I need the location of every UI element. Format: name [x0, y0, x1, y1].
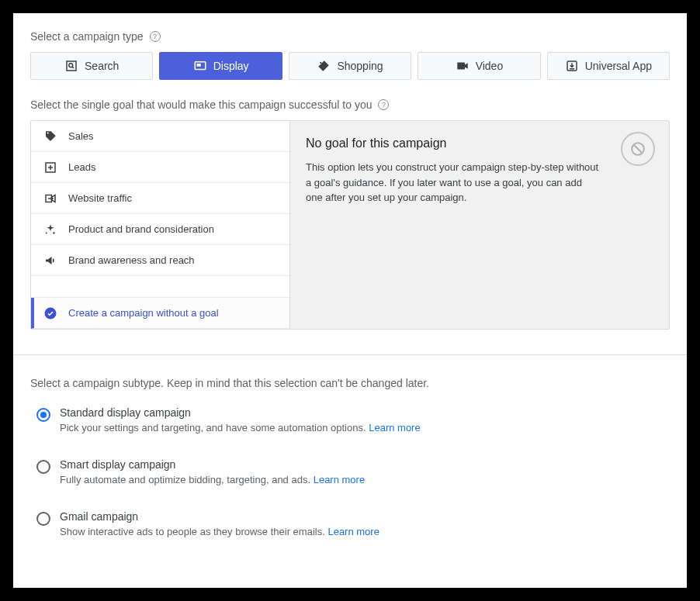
sparkle-icon: [43, 223, 57, 237]
traffic-icon: [43, 192, 57, 206]
shopping-icon: [317, 59, 331, 73]
subtype-text: Select a campaign subtype. Keep in mind …: [30, 377, 429, 389]
tab-shopping-label: Shopping: [337, 60, 383, 72]
goal-label: Leads: [68, 161, 95, 173]
display-icon: [193, 59, 207, 73]
radio-standard[interactable]: [36, 408, 50, 422]
subtype-text: Smart display campaign Fully automate an…: [60, 458, 365, 485]
goal-label: Brand awareness and reach: [68, 254, 195, 266]
goal-list: Sales Leads Website traffic Product and …: [31, 121, 290, 329]
svg-rect-3: [457, 63, 465, 70]
campaign-type-tabs: Search Display Shopping Video Universal …: [30, 52, 670, 80]
svg-point-0: [69, 64, 73, 67]
subtype-desc: Pick your settings and targeting, and ha…: [60, 422, 421, 433]
goal-item-consideration[interactable]: Product and brand consideration: [31, 214, 289, 245]
goal-item-sales[interactable]: Sales: [31, 121, 289, 152]
tab-shopping[interactable]: Shopping: [289, 52, 411, 80]
goal-description: No goal for this campaign This option le…: [290, 121, 669, 329]
goal-item-no-goal[interactable]: Create a campaign without a goal: [31, 298, 289, 329]
help-icon[interactable]: ?: [150, 31, 161, 42]
subtype-label: Select a campaign subtype. Keep in mind …: [30, 377, 670, 389]
subtype-title: Gmail campaign: [60, 510, 379, 523]
subtype-title: Smart display campaign: [60, 458, 365, 471]
radio-gmail[interactable]: [36, 512, 50, 526]
campaign-setup-panel: Select a campaign type ? Search Display …: [13, 13, 687, 588]
subtype-standard[interactable]: Standard display campaign Pick your sett…: [30, 399, 670, 441]
tab-video-label: Video: [476, 60, 504, 72]
help-icon[interactable]: ?: [378, 99, 389, 110]
radio-smart[interactable]: [36, 460, 50, 474]
svg-point-5: [45, 307, 57, 319]
subtype-text: Standard display campaign Pick your sett…: [60, 406, 421, 433]
campaign-type-label: Select a campaign type ?: [30, 30, 670, 43]
subtype-list: Standard display campaign Pick your sett…: [30, 399, 670, 545]
no-goal-badge-icon: [621, 132, 655, 166]
video-icon: [456, 59, 470, 73]
goal-item-traffic[interactable]: Website traffic: [31, 183, 289, 214]
check-circle-icon: [43, 306, 57, 320]
learn-more-link[interactable]: Learn more: [369, 422, 420, 433]
app-icon: [565, 59, 579, 73]
subtype-desc: Show interactive ads to people as they b…: [60, 526, 379, 537]
tab-universal-label: Universal App: [585, 60, 652, 72]
tag-icon: [43, 130, 57, 143]
subtype-text: Gmail campaign Show interactive ads to p…: [60, 510, 379, 537]
megaphone-icon: [43, 254, 57, 268]
subtype-desc-text: Pick your settings and targeting, and ha…: [60, 422, 366, 433]
ban-icon: [629, 140, 646, 157]
learn-more-link[interactable]: Learn more: [314, 474, 365, 485]
tab-search-label: Search: [85, 60, 119, 72]
goal-item-awareness[interactable]: Brand awareness and reach: [31, 245, 289, 276]
subtype-gmail[interactable]: Gmail campaign Show interactive ads to p…: [30, 503, 670, 545]
goal-item-leads[interactable]: Leads: [31, 152, 289, 183]
leads-icon: [43, 161, 57, 174]
goal-label: Select the single goal that would make t…: [30, 98, 670, 111]
svg-rect-2: [196, 64, 200, 67]
goal-spacer: [31, 276, 289, 298]
tab-search[interactable]: Search: [30, 52, 153, 80]
tab-display[interactable]: Display: [159, 52, 282, 80]
subtype-desc-text: Show interactive ads to people as they b…: [60, 526, 325, 537]
goal-desc-title: No goal for this campaign: [306, 136, 615, 150]
learn-more-link[interactable]: Learn more: [327, 526, 379, 537]
subtype-smart[interactable]: Smart display campaign Fully automate an…: [30, 451, 670, 493]
subtype-title: Standard display campaign: [60, 406, 421, 419]
tab-display-label: Display: [213, 60, 249, 72]
goal-panel: Sales Leads Website traffic Product and …: [30, 120, 670, 330]
goal-desc-body: This option lets you construct your camp…: [306, 160, 601, 206]
campaign-type-text: Select a campaign type: [30, 30, 144, 43]
goal-label: Product and brand consideration: [68, 223, 214, 235]
search-icon: [64, 59, 78, 73]
divider: [13, 354, 687, 355]
tab-universal-app[interactable]: Universal App: [547, 52, 670, 80]
subtype-desc: Fully automate and optimize bidding, tar…: [60, 474, 365, 485]
goal-label: Sales: [68, 130, 94, 142]
goal-label: Create a campaign without a goal: [68, 307, 219, 319]
tab-video[interactable]: Video: [418, 52, 540, 80]
goal-text: Select the single goal that would make t…: [30, 98, 372, 111]
subtype-desc-text: Fully automate and optimize bidding, tar…: [60, 474, 310, 485]
goal-label: Website traffic: [68, 192, 132, 204]
